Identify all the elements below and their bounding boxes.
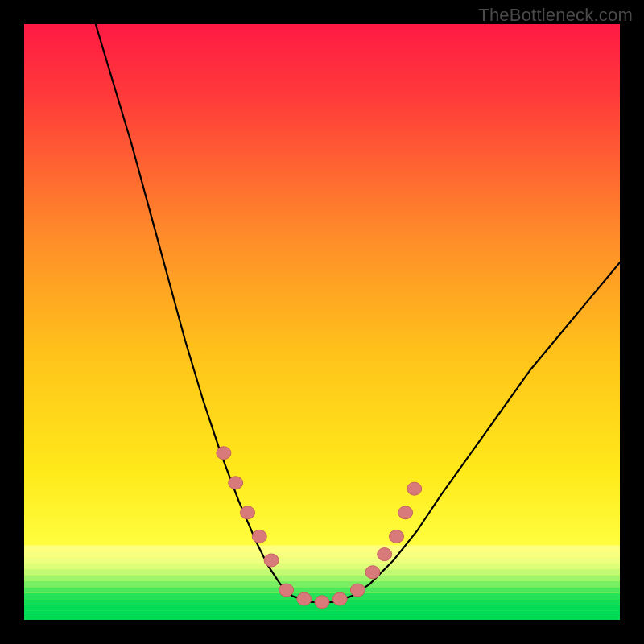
watermark-text: TheBottleneck.com (478, 5, 633, 26)
bottom-band (24, 569, 620, 575)
bottom-band (24, 551, 620, 557)
bottom-band (24, 564, 620, 569)
curve-marker (398, 506, 413, 519)
curve-marker (407, 482, 422, 495)
curve-marker (378, 548, 392, 561)
bottom-band (24, 546, 620, 551)
curve-marker (297, 592, 312, 605)
curve-marker (264, 554, 279, 567)
chart-frame: TheBottleneck.com (0, 0, 644, 644)
bottom-band (24, 617, 620, 620)
plot-area (24, 24, 620, 620)
curve-marker (279, 584, 294, 597)
curve-marker (315, 596, 329, 609)
curve-marker (365, 566, 380, 579)
curve-marker (217, 447, 231, 460)
curve-marker (229, 477, 243, 489)
plot-svg (24, 24, 620, 620)
bottom-band (24, 557, 620, 563)
curve-marker (332, 592, 347, 605)
bottom-band (24, 581, 620, 587)
bottom-band (24, 576, 620, 581)
bottom-band (24, 587, 620, 592)
curve-marker (350, 584, 365, 597)
bottom-band (24, 611, 620, 617)
gradient-background (24, 24, 620, 620)
curve-marker (390, 530, 404, 543)
curve-marker (252, 530, 266, 543)
curve-marker (241, 506, 255, 519)
